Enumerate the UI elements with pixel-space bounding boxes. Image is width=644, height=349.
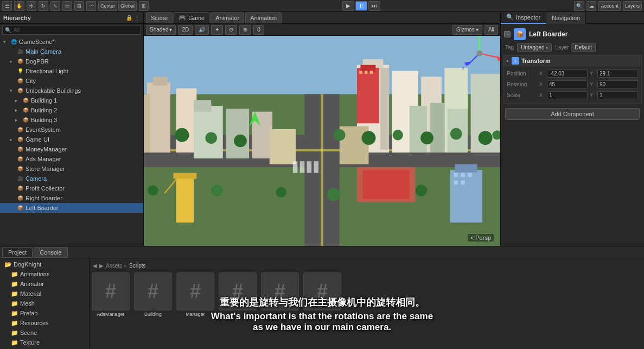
scene-tab-scene[interactable]: Scene	[146, 12, 173, 23]
global-button[interactable]: Global	[118, 1, 137, 11]
svg-rect-60	[300, 161, 305, 173]
svg-rect-7	[153, 77, 168, 85]
grid-button[interactable]: ⊞	[139, 1, 149, 11]
hierarchy-item-eventsystem[interactable]: 📦EventSystem	[0, 125, 143, 135]
hierarchy-item-moneymgr[interactable]: 📦MoneyManager	[0, 144, 143, 154]
folder-icon-scene: 📁	[11, 329, 18, 337]
scene-btn3[interactable]: ⊙	[225, 25, 237, 35]
bottom-tab-console[interactable]: Console	[34, 247, 67, 258]
hierarchy-item-profitcollector[interactable]: 📦Profit Collector	[0, 183, 143, 193]
hierarchy-item-dogpbr[interactable]: ▸📦DogPBR	[0, 56, 143, 66]
hierarchy-item-dirlight[interactable]: 💡Directional Light	[0, 66, 143, 76]
search-icon: 🔍	[5, 27, 11, 33]
scale-y-input[interactable]: 1	[597, 91, 638, 99]
breadcrumb-icon: ◀	[93, 263, 97, 269]
hierarchy-label-maincam: Main Camera	[25, 48, 61, 55]
toolbar-btn-scale[interactable]: ⤡	[50, 1, 60, 11]
toolbar-btn-1[interactable]: ☰	[2, 1, 12, 11]
transform-header[interactable]: ▸ T Transform	[503, 55, 641, 66]
project-item-resources[interactable]: 📁Resources	[0, 318, 89, 328]
hierarchy-item-building2[interactable]: ▸📦Building 2	[0, 105, 143, 115]
tab-navigation[interactable]: Navigation	[546, 12, 586, 24]
hierarchy-item-leftboarder[interactable]: 📦Left Boarder	[0, 203, 143, 213]
scale-x-input[interactable]: 1	[547, 91, 588, 99]
hierarchy-item-gameui[interactable]: ▸📦Game UI	[0, 135, 143, 144]
project-item-mesh[interactable]: 📁Mesh	[0, 299, 89, 308]
scene-tab-animator[interactable]: Animator	[211, 12, 244, 23]
asset-item-1[interactable]: #Building	[134, 272, 172, 317]
toolbar-btn-rotate[interactable]: ↻	[39, 1, 48, 11]
project-item-animations[interactable]: 📁Animations	[0, 269, 89, 279]
bottom-tab-project[interactable]: Project	[2, 247, 33, 258]
hierarchy-menu-icon[interactable]: ⋮	[135, 15, 140, 21]
rotation-y-field: Y 90	[590, 80, 638, 88]
cloud-btn[interactable]: ☁	[586, 1, 596, 11]
layer-dropdown-btn[interactable]: Default	[571, 43, 596, 52]
hierarchy-item-adsmgr[interactable]: 📦Ads Manager	[0, 154, 143, 164]
twod-btn[interactable]: 2D	[178, 25, 193, 35]
object-active-checkbox[interactable]: ✓	[504, 31, 511, 37]
rot-y-input[interactable]: 90	[597, 80, 638, 88]
hierarchy-item-maincam[interactable]: 🎥Main Camera	[0, 47, 143, 56]
account-btn[interactable]: Account	[598, 1, 621, 11]
play-button[interactable]: ▶	[342, 1, 354, 11]
project-item-scene[interactable]: 📁Scene	[0, 328, 89, 338]
shaded-btn[interactable]: Shaded ▾	[146, 25, 176, 35]
tag-dropdown-arrow: ▾	[546, 46, 548, 50]
gizmos-btn[interactable]: Gizmos ▾	[452, 25, 482, 35]
toolbar-btn-hand[interactable]: ✋	[14, 1, 24, 11]
hierarchy-item-rightboarder[interactable]: 📦Right Boarder	[0, 193, 143, 203]
scene-tab-label-game: Game	[188, 15, 205, 21]
toolbar-btn-transform[interactable]: ⊞	[74, 1, 84, 11]
scene-tab-animation[interactable]: Animation	[245, 12, 282, 23]
asset-item-5[interactable]: #	[303, 272, 341, 317]
scene-tab-game[interactable]: 🎮Game	[174, 12, 209, 23]
tag-dropdown-btn[interactable]: Untagged ▾	[517, 43, 552, 52]
project-item-dogknight[interactable]: 📂DogKnight	[0, 259, 89, 269]
folder-icon-resources: 📁	[11, 320, 18, 327]
position-fields: X -42.03 Y 29.1	[539, 69, 638, 78]
scene-viewport[interactable]: y x z < Persp	[144, 36, 500, 246]
project-item-animator[interactable]: 📁Animator	[0, 279, 89, 289]
toolbar-btn-rect[interactable]: ▭	[62, 1, 72, 11]
audio-btn[interactable]: 🔊	[195, 25, 209, 35]
hierarchy-arrow-building2: ▸	[15, 107, 21, 113]
asset-item-0[interactable]: #AdsManager	[92, 272, 130, 317]
svg-point-42	[479, 131, 493, 145]
asset-item-4[interactable]: #	[261, 272, 299, 317]
project-item-material[interactable]: 📁Material	[0, 289, 89, 299]
asset-item-3[interactable]: #	[219, 272, 257, 317]
rot-x-input[interactable]: 45	[547, 80, 588, 88]
pos-y-input[interactable]: 29.1	[597, 69, 638, 78]
pos-x-input[interactable]: -42.03	[547, 69, 588, 78]
effects-btn[interactable]: ✦	[211, 25, 223, 35]
hierarchy-label-gameui: Game UI	[25, 136, 49, 143]
search-toolbar-btn[interactable]: 🔍	[574, 1, 584, 11]
hierarchy-item-camera[interactable]: 🎥Camera	[0, 174, 143, 183]
rotation-fields: X 45 Y 90	[539, 80, 638, 88]
hierarchy-item-building1[interactable]: ▸📦Building 1	[0, 96, 143, 105]
svg-rect-59	[293, 161, 298, 173]
hierarchy-search[interactable]: 🔍 All	[2, 25, 141, 35]
all-btn[interactable]: All	[484, 25, 498, 35]
hierarchy-item-building3[interactable]: ▸📦Building 3	[0, 115, 143, 125]
toolbar-btn-move[interactable]: ✛	[27, 1, 36, 11]
hierarchy-item-storemgr[interactable]: 📦Store Manager	[0, 164, 143, 174]
project-item-texture[interactable]: 📁Texture	[0, 338, 89, 347]
step-button[interactable]: ⏭	[368, 1, 380, 11]
layers-btn[interactable]: Layers	[623, 1, 642, 11]
hierarchy-item-unlockable[interactable]: ▾📦Unlockable Buildings	[0, 86, 143, 96]
hierarchy-item-city[interactable]: 📦City	[0, 76, 143, 86]
center-button[interactable]: Center	[98, 1, 117, 11]
pause-button[interactable]: ⏸	[355, 1, 367, 11]
scene-btn5[interactable]: 0	[253, 25, 264, 35]
tab-inspector[interactable]: 🔍 Inspector	[501, 12, 546, 24]
add-component-button[interactable]: Add Component	[505, 108, 640, 120]
project-item-prefab[interactable]: 📁Prefab	[0, 308, 89, 318]
hierarchy-item-gamescene[interactable]: ▾🌐GameScene*	[0, 37, 143, 47]
hierarchy-lock-icon[interactable]: 🔒	[126, 15, 132, 21]
scene-btn4[interactable]: ⊕	[239, 25, 251, 35]
toolbar-btn-extra[interactable]: ⋯	[86, 1, 96, 11]
asset-item-2[interactable]: #Manager	[176, 272, 214, 317]
svg-point-48	[148, 185, 158, 195]
